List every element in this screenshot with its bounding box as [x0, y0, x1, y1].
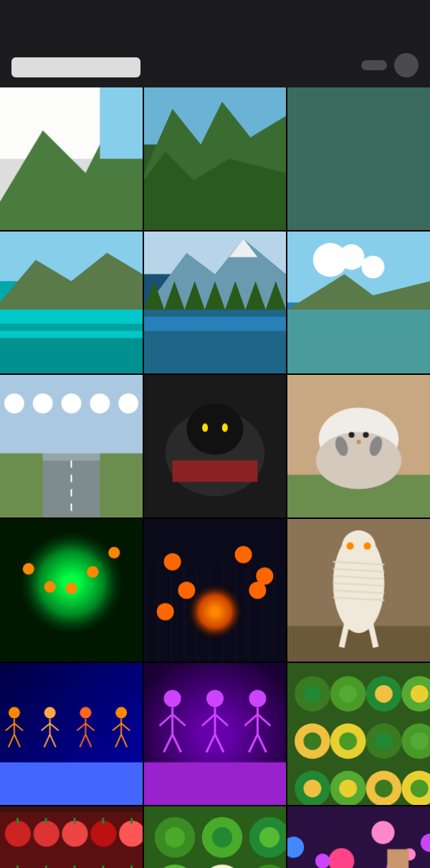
- photo-cell[interactable]: [287, 87, 430, 230]
- photo-cell[interactable]: [287, 519, 430, 662]
- photo-cell[interactable]: [144, 519, 287, 662]
- photo-cell[interactable]: [287, 375, 430, 518]
- photo-cell[interactable]: [287, 663, 430, 806]
- photo-grid: [0, 87, 430, 868]
- photo-cell[interactable]: [0, 663, 143, 806]
- photo-cell[interactable]: [144, 232, 287, 374]
- photo-cell[interactable]: [0, 806, 143, 868]
- header: [0, 0, 430, 87]
- select-button[interactable]: [361, 60, 387, 70]
- photo-cell[interactable]: [287, 232, 430, 374]
- photo-cell[interactable]: [0, 519, 143, 662]
- header-title-area: [11, 57, 140, 77]
- photo-cell[interactable]: [144, 806, 287, 868]
- header-actions: [361, 53, 419, 77]
- photo-cell[interactable]: [0, 232, 143, 374]
- header-title-blur: [11, 57, 140, 77]
- photo-cell[interactable]: [287, 806, 430, 868]
- photo-cell[interactable]: [0, 87, 143, 230]
- photo-cell[interactable]: [144, 663, 287, 806]
- more-button[interactable]: [394, 53, 419, 77]
- photo-cell[interactable]: [144, 87, 287, 230]
- photo-cell[interactable]: [0, 375, 143, 518]
- photo-cell[interactable]: [144, 375, 287, 518]
